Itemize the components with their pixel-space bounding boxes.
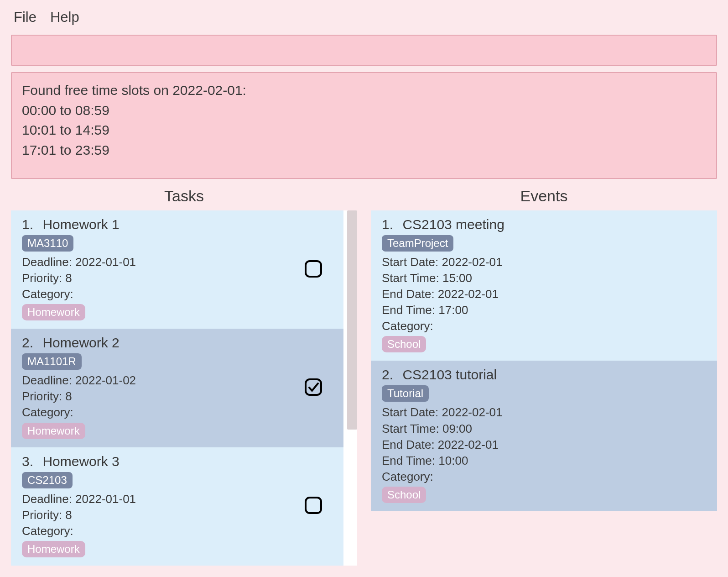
task-number: 3.: [22, 454, 33, 469]
tasks-scrollbar[interactable]: [347, 210, 357, 430]
events-list: 1. CS2103 meetingTeamProjectStart Date: …: [371, 210, 717, 511]
task-card[interactable]: 2. Homework 2MA1101RDeadline: 2022-01-02…: [11, 329, 343, 447]
task-checkbox[interactable]: [304, 260, 322, 280]
task-category-pill: Homework: [22, 423, 85, 439]
command-input[interactable]: [11, 35, 717, 66]
event-category-label: Category:: [382, 469, 706, 485]
events-list-wrap: 1. CS2103 meetingTeamProjectStart Date: …: [371, 210, 717, 511]
tasks-header: Tasks: [11, 184, 357, 210]
event-start-date: Start Date: 2022-02-01: [382, 404, 706, 420]
event-title: 2. CS2103 tutorial: [382, 367, 706, 383]
event-number: 1.: [382, 217, 393, 232]
menu-help[interactable]: Help: [50, 9, 79, 26]
event-name: CS2103 tutorial: [402, 367, 497, 382]
event-end-time: End Time: 10:00: [382, 453, 706, 469]
svg-rect-2: [306, 498, 321, 513]
event-start-time: Start Time: 09:00: [382, 421, 706, 437]
event-category-label: Category:: [382, 318, 706, 334]
event-title: 1. CS2103 meeting: [382, 217, 706, 232]
event-end-time: End Time: 17:00: [382, 302, 706, 318]
task-title: 2. Homework 2: [22, 335, 293, 351]
event-end-date: End Date: 2022-02-01: [382, 437, 706, 453]
task-priority: Priority: 8: [22, 270, 293, 286]
svg-rect-0: [306, 261, 321, 277]
event-start-date: Start Date: 2022-02-01: [382, 254, 706, 270]
task-category-label: Category:: [22, 523, 293, 539]
tasks-column: Tasks 1. Homework 1MA3110Deadline: 2022-…: [11, 184, 357, 566]
task-category-label: Category:: [22, 404, 293, 420]
task-card[interactable]: 3. Homework 3CS2103Deadline: 2022-01-01P…: [11, 447, 343, 566]
tasks-list-wrap: 1. Homework 1MA3110Deadline: 2022-01-01P…: [11, 210, 357, 566]
task-category-label: Category:: [22, 286, 293, 302]
task-title: 1. Homework 1: [22, 217, 293, 232]
result-panel: Found free time slots on 2022-02-01: 00:…: [11, 72, 717, 179]
task-tag: MA3110: [22, 235, 73, 252]
event-tag: TeamProject: [382, 235, 453, 252]
event-start-time: Start Time: 15:00: [382, 270, 706, 286]
event-category-pill: School: [382, 336, 426, 352]
event-end-date: End Date: 2022-02-01: [382, 286, 706, 302]
task-checkbox[interactable]: [304, 378, 322, 398]
svg-rect-1: [306, 379, 321, 395]
event-category-pill: School: [382, 487, 426, 503]
menubar: File Help: [0, 0, 728, 30]
event-tag: Tutorial: [382, 385, 429, 402]
event-name: CS2103 meeting: [402, 217, 504, 232]
task-category-pill: Homework: [22, 304, 85, 320]
task-deadline: Deadline: 2022-01-01: [22, 491, 293, 507]
task-category-pill: Homework: [22, 541, 85, 557]
task-deadline: Deadline: 2022-01-02: [22, 372, 293, 388]
task-priority: Priority: 8: [22, 507, 293, 523]
tasks-list: 1. Homework 1MA3110Deadline: 2022-01-01P…: [11, 210, 357, 566]
event-number: 2.: [382, 367, 393, 382]
task-tag: MA1101R: [22, 353, 82, 370]
task-name: Homework 1: [42, 217, 119, 232]
task-priority: Priority: 8: [22, 388, 293, 404]
task-card[interactable]: 1. Homework 1MA3110Deadline: 2022-01-01P…: [11, 210, 343, 329]
task-number: 2.: [22, 335, 33, 350]
task-number: 1.: [22, 217, 33, 232]
event-card[interactable]: 1. CS2103 meetingTeamProjectStart Date: …: [371, 210, 717, 361]
task-tag: CS2103: [22, 472, 73, 488]
task-checkbox[interactable]: [304, 496, 322, 516]
main-columns: Tasks 1. Homework 1MA3110Deadline: 2022-…: [0, 184, 728, 566]
task-title: 3. Homework 3: [22, 454, 293, 469]
events-column: Events 1. CS2103 meetingTeamProjectStart…: [371, 184, 717, 566]
task-name: Homework 3: [42, 454, 119, 469]
menu-file[interactable]: File: [14, 9, 36, 26]
task-name: Homework 2: [42, 335, 119, 350]
event-card[interactable]: 2. CS2103 tutorialTutorialStart Date: 20…: [371, 361, 717, 511]
task-deadline: Deadline: 2022-01-01: [22, 254, 293, 270]
events-header: Events: [371, 184, 717, 210]
